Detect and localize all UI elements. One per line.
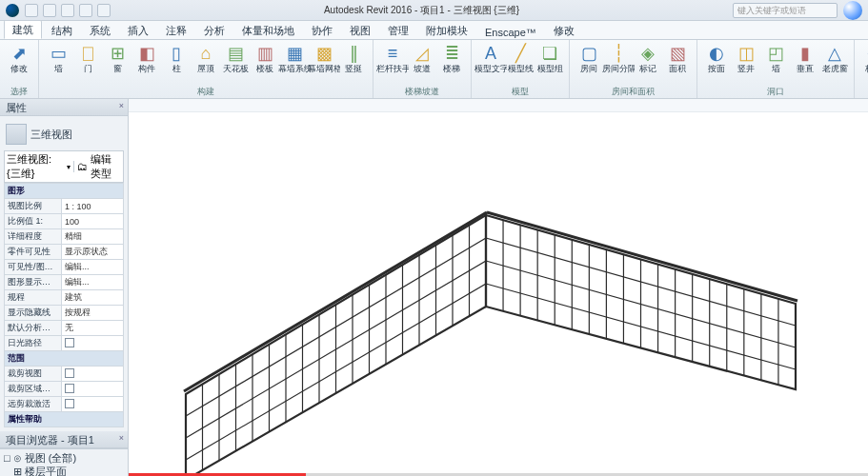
shaft-icon: ◫ <box>735 42 757 65</box>
menu-tab-1[interactable]: 结构 <box>44 22 80 39</box>
type-selector-row[interactable]: 三维视图 <box>4 120 124 150</box>
app-logo-icon[interactable] <box>6 4 19 17</box>
tool-room[interactable]: ▢房间 <box>575 42 602 73</box>
tool-vert[interactable]: ▮垂直 <box>792 42 818 73</box>
view-canvas[interactable] <box>129 99 868 476</box>
prop-value[interactable]: 编辑... <box>62 275 124 290</box>
left-column: 属性 × 三维视图 三维视图: {三维} ▾ 🗂 编辑类型 图形视图比例1 : … <box>0 99 129 476</box>
tool-tag[interactable]: ◈标记 <box>635 42 661 73</box>
tool-line[interactable]: ╱模型线 <box>507 42 534 73</box>
prop-value[interactable]: 1 : 100 <box>62 199 124 214</box>
tool-ramp[interactable]: ◿坡道 <box>409 42 435 73</box>
tool-label: 门 <box>84 65 92 73</box>
prop-value[interactable]: 编辑... <box>62 260 124 275</box>
tool-stair[interactable]: ≣楼梯 <box>438 42 465 73</box>
tool-rail[interactable]: ≡栏杆扶手 <box>379 42 406 73</box>
owall-icon: ◰ <box>764 42 787 65</box>
prop-value[interactable] <box>62 367 124 382</box>
tool-group[interactable]: ❏模型组 <box>536 42 563 73</box>
tool-label: 柱 <box>172 65 181 73</box>
instance-selector[interactable]: 三维视图: {三维} ▾ 🗂 编辑类型 <box>4 150 124 183</box>
browser-tree: □ ⊙ 视图 (全部)⊞ 楼层平面⊞ 天花板平面⊟ 三维视图{三维}⊞ 立面 (… <box>0 449 128 476</box>
cursor-icon: ⬈ <box>8 42 30 65</box>
qat-print-icon[interactable] <box>97 4 111 17</box>
tool-roof[interactable]: ⌂屋顶 <box>192 42 219 73</box>
qat-open-icon[interactable] <box>25 4 38 17</box>
menu-tab-3[interactable]: 插入 <box>120 22 156 39</box>
tool-owall[interactable]: ◰墙 <box>762 42 789 73</box>
prop-value[interactable]: 建筑 <box>62 290 124 306</box>
ribbon-group-label: 构建 <box>45 86 367 97</box>
help-search-input[interactable]: 键入关键字或短语 <box>733 3 838 18</box>
prop-value[interactable] <box>62 397 124 412</box>
tool-grid[interactable]: ▩幕墙网格 <box>311 42 337 73</box>
tool-cursor[interactable]: ⬈修改 <box>6 42 32 73</box>
tree-node[interactable]: □ ⊙ 视图 (全部) <box>4 451 124 465</box>
menu-tab-0[interactable]: 建筑 <box>4 20 42 39</box>
tree-node[interactable]: ⊞ 楼层平面 <box>4 465 124 476</box>
qat-undo-icon[interactable] <box>61 4 74 17</box>
menu-tab-8[interactable]: 视图 <box>342 22 378 39</box>
menu-tab-6[interactable]: 体量和场地 <box>234 22 302 39</box>
menu-tab-2[interactable]: 系统 <box>82 22 118 39</box>
panel-close-icon[interactable]: × <box>119 433 124 443</box>
menu-tab-12[interactable]: 修改 <box>546 22 582 39</box>
tool-text[interactable]: A模型文字 <box>477 42 504 73</box>
component-icon: ◧ <box>135 42 158 65</box>
tool-floor[interactable]: ▥楼板 <box>252 42 278 73</box>
qat-redo-icon[interactable] <box>79 4 92 17</box>
tool-area[interactable]: ▧面积 <box>664 42 691 73</box>
tool-component[interactable]: ◧构件 <box>133 42 160 73</box>
panel-close-icon[interactable]: × <box>119 101 124 110</box>
column-icon: ▯ <box>165 42 188 65</box>
prop-key: 比例值 1: <box>5 214 62 229</box>
tool-shaft[interactable]: ◫竖井 <box>733 42 759 73</box>
tool-label: 楼梯 <box>443 65 460 73</box>
tool-byface[interactable]: ◐按面 <box>703 42 730 73</box>
menu-tab-4[interactable]: 注释 <box>158 22 194 39</box>
tool-column[interactable]: ▯柱 <box>163 42 190 73</box>
tool-label: 模型文字 <box>474 65 507 73</box>
info-center-icon[interactable] <box>843 1 862 20</box>
prop-value[interactable]: 100 <box>62 214 124 229</box>
tool-level[interactable]: ⇔标高 <box>860 42 868 73</box>
tool-wall[interactable]: ▭墙 <box>45 42 71 73</box>
qat-save-icon[interactable] <box>43 4 56 17</box>
tool-window[interactable]: ⊞窗 <box>104 42 131 73</box>
vert-icon: ▮ <box>794 42 817 65</box>
tool-curtain[interactable]: ▦幕墙系统 <box>281 42 308 73</box>
browser-panel-header[interactable]: 项目浏览器 - 项目1 × <box>0 431 128 448</box>
ramp-icon: ◿ <box>411 42 434 65</box>
view-type-icon <box>6 124 27 145</box>
menu-tab-10[interactable]: 附加模块 <box>418 22 475 39</box>
properties-panel-header[interactable]: 属性 × <box>0 99 128 116</box>
menu-tab-5[interactable]: 分析 <box>196 22 232 39</box>
tool-ceiling[interactable]: ▤天花板 <box>222 42 249 73</box>
area-icon: ▧ <box>666 42 689 65</box>
prop-key: 显示隐藏线 <box>5 306 62 321</box>
prop-group: 属性帮助 <box>5 412 124 427</box>
ribbon-group-label: 选择 <box>6 86 32 97</box>
tool-sep[interactable]: ┆房间分隔 <box>605 42 632 73</box>
ribbon: ⬈修改选择▭墙⎕门⊞窗◧构件▯柱⌂屋顶▤天花板▥楼板▦幕墙系统▩幕墙网格‖竖挺构… <box>0 40 868 99</box>
prop-value[interactable] <box>62 336 124 351</box>
tool-label: 窗 <box>113 65 122 73</box>
window-icon: ⊞ <box>106 42 129 65</box>
prop-key: 日光路径 <box>5 336 62 351</box>
prop-value[interactable]: 按规程 <box>62 306 124 321</box>
menu-tab-9[interactable]: 管理 <box>380 22 416 39</box>
prop-value[interactable]: 显示原状态 <box>62 245 124 260</box>
ribbon-tabs: 建筑结构系统插入注释分析体量和场地协作视图管理附加模块Enscape™修改 <box>0 21 868 40</box>
prop-value[interactable]: 精细 <box>62 229 124 245</box>
prop-key: 裁剪视图 <box>5 367 62 382</box>
project-browser: □ ⊙ 视图 (全部)⊞ 楼层平面⊞ 天花板平面⊟ 三维视图{三维}⊞ 立面 (… <box>0 448 128 476</box>
prop-value[interactable] <box>62 382 124 397</box>
edit-type-button[interactable]: 编辑类型 <box>91 152 121 181</box>
ceiling-icon: ▤ <box>224 42 247 65</box>
menu-tab-11[interactable]: Enscape™ <box>477 25 544 39</box>
tool-door[interactable]: ⎕门 <box>74 42 101 73</box>
tool-dormer[interactable]: △老虎窗 <box>821 42 848 73</box>
menu-tab-7[interactable]: 协作 <box>304 22 340 39</box>
prop-value[interactable]: 无 <box>62 321 124 336</box>
tool-mullion[interactable]: ‖竖挺 <box>340 42 367 73</box>
